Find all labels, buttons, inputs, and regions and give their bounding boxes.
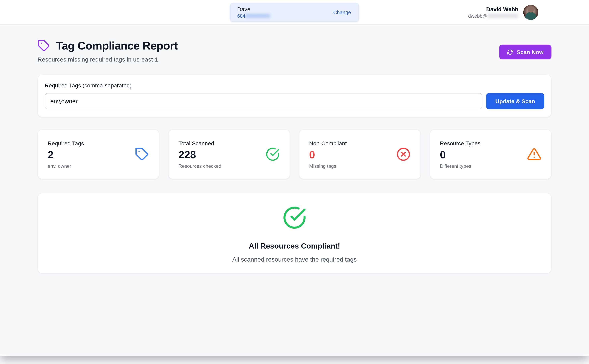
stat-label: Required Tags — [48, 140, 84, 146]
aws-account-selector: Dave 68400000000 Change — [230, 3, 359, 22]
page-header: Tag Compliance Report Resources missing … — [38, 39, 551, 63]
stat-text: Total Scanned 228 Resources checked — [178, 140, 221, 169]
compliance-result-card: All Resources Compliant! All scanned res… — [38, 193, 551, 273]
stats-row: Required Tags 2 env, owner Total Scanned — [38, 130, 551, 179]
account-name: Dave — [237, 6, 270, 13]
stat-text: Resource Types 0 Different types — [440, 140, 480, 169]
stat-card-total-scanned: Total Scanned 228 Resources checked — [168, 130, 290, 179]
stat-card-non-compliant: Non-Compliant 0 Missing tags — [299, 130, 421, 179]
scan-now-button[interactable]: Scan Now — [499, 45, 551, 59]
change-account-link[interactable]: Change — [333, 10, 351, 15]
check-circle-icon — [283, 206, 306, 230]
check-circle-icon — [266, 147, 280, 161]
stat-text: Non-Compliant 0 Missing tags — [309, 140, 347, 169]
stat-subtext: Missing tags — [309, 163, 347, 169]
update-scan-button[interactable]: Update & Scan — [486, 93, 544, 109]
required-tags-form: Required Tags (comma-separated) Update &… — [38, 75, 551, 117]
page-subtitle: Resources missing required tags in us-ea… — [38, 56, 178, 63]
user-name: David Webb — [468, 5, 518, 13]
required-tags-label: Required Tags (comma-separated) — [45, 82, 544, 89]
top-bar: Dave 68400000000 Change David Webb dwebb… — [0, 0, 589, 25]
user-info: David Webb dwebb@0000000000 — [468, 5, 518, 19]
stat-value: 228 — [178, 149, 221, 161]
scan-now-label: Scan Now — [516, 49, 543, 55]
stat-value: 0 — [309, 149, 347, 161]
stat-value: 0 — [440, 149, 480, 161]
tag-icon — [38, 39, 50, 52]
user-email-prefix: dwebb@ — [468, 13, 487, 19]
stat-label: Non-Compliant — [309, 140, 347, 146]
stat-value: 2 — [48, 149, 84, 161]
blurred-account-id: 00000000 — [245, 13, 270, 19]
stat-label: Resource Types — [440, 140, 480, 146]
screen: Dave 68400000000 Change David Webb dwebb… — [0, 0, 589, 364]
blurred-user-email: 0000000000 — [488, 13, 518, 19]
user-menu: David Webb dwebb@0000000000 — [468, 5, 538, 20]
stat-subtext: Different types — [440, 163, 480, 169]
app-window: Dave 68400000000 Change David Webb dwebb… — [0, 0, 589, 356]
page-title: Tag Compliance Report — [56, 39, 178, 52]
x-circle-icon — [396, 147, 410, 161]
account-id: 68400000000 — [237, 13, 270, 19]
tag-icon — [135, 147, 149, 161]
main-content: Tag Compliance Report Resources missing … — [38, 25, 551, 273]
stat-card-required-tags: Required Tags 2 env, owner — [38, 130, 159, 179]
stat-subtext: env, owner — [48, 163, 84, 169]
refresh-icon — [507, 49, 513, 55]
result-subtitle: All scanned resources have the required … — [38, 256, 551, 263]
avatar[interactable] — [523, 5, 538, 20]
user-email: dwebb@0000000000 — [468, 13, 518, 19]
warning-triangle-icon — [527, 147, 541, 161]
stat-card-resource-types: Resource Types 0 Different types — [430, 130, 551, 179]
account-id-prefix: 684 — [237, 13, 245, 19]
account-info: Dave 68400000000 — [237, 6, 270, 19]
page-title-block: Tag Compliance Report Resources missing … — [38, 39, 178, 63]
required-tags-input[interactable] — [45, 93, 482, 109]
stat-subtext: Resources checked — [178, 163, 221, 169]
stat-text: Required Tags 2 env, owner — [48, 140, 84, 169]
stat-label: Total Scanned — [178, 140, 221, 146]
result-title: All Resources Compliant! — [38, 242, 551, 250]
